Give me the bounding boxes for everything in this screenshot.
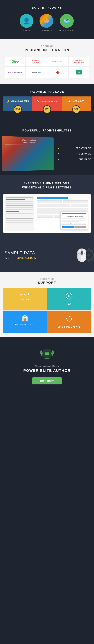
plugin-portfolio-label: PORTFOLIO [41, 29, 52, 31]
theme-options-title: EXTENSIVE THEME OPTIONS, WIDGETS AND PAG… [3, 182, 91, 190]
popup-cancel-btn [74, 226, 86, 228]
ls-label: LAYERSLIDER [71, 100, 84, 102]
logo-slider: ⊙ SLIDERREVOLUTION [69, 57, 90, 66]
label-full-page: FULL-PAGE [78, 152, 91, 155]
plugin-office-label: OFFICE PLUGIN [59, 29, 74, 31]
vc-label: Visual Composer [11, 100, 29, 102]
badge-svg [39, 345, 55, 362]
popup-row-3 [62, 221, 79, 222]
dash-one [61, 159, 77, 159]
main-title-bar [37, 197, 68, 199]
logo-layerslider: ◆ [47, 67, 68, 78]
valuable-title-light: VALUABLE [30, 90, 47, 93]
lifetime-icon [65, 315, 73, 324]
learndash-logo: LearnDash [52, 60, 63, 63]
ub-logo: 📅 [76, 70, 82, 74]
sidebar-item-3 [6, 201, 33, 202]
templates-container: Where creativitymeets design FRONT-PAGE … [3, 137, 91, 171]
sidebar-item-1 [6, 197, 33, 198]
elite-title: POWER ELITE AUTHOR [3, 368, 91, 373]
valuable-title: VALUABLE PACKAGE [3, 90, 91, 94]
sidebar-item-8 [6, 211, 19, 212]
plugins-title-light: BUILT-IN [32, 6, 46, 9]
options-row-1 [37, 200, 88, 203]
field-4 [71, 204, 88, 207]
logo-give: Give [4, 57, 26, 66]
support-card-lifetime: LIFE TIME UPDATE [47, 310, 91, 333]
sr-icon: ⊙ [37, 100, 39, 103]
section-integration: POPULAR PLUGINS INTEGRATION Give CONTACT… [0, 39, 94, 84]
field-2 [63, 200, 88, 203]
sample-text: SAMPLE DATA IN JUST ONE CLICK [4, 250, 36, 260]
support-card-professional: 👔 PROFESSIONAL [3, 310, 47, 333]
sidebar-item-7 [6, 209, 33, 210]
popup-save-btn [62, 226, 74, 228]
sidebar-item-12 [6, 222, 33, 223]
popup-btn-row [62, 226, 86, 228]
sidebar-item-4 [6, 203, 33, 204]
logo-ub: 📅 [69, 67, 90, 78]
logo-woocommerce: WooCommerce [4, 67, 26, 78]
professional-label: PROFESSIONAL [15, 324, 35, 326]
template-image: Where creativitymeets design [2, 136, 53, 171]
plugin-member: 👤 MEMBER [20, 14, 33, 31]
section-templates: POWERFUL PAGE-TEMPLATES Where creativity… [0, 120, 94, 175]
template-front-page: FRONT-PAGE [58, 147, 91, 150]
field-3 [37, 204, 70, 207]
section-theme-options: EXTENSIVE THEME OPTIONS, WIDGETS AND PAG… [0, 175, 94, 239]
buy-now-button[interactable]: BUY NOW [32, 377, 61, 384]
plugins-title: BUILT-IN PLUGINS [3, 6, 91, 9]
gear-bg-icon: ⚙ [81, 244, 94, 266]
dot-full [58, 153, 59, 154]
support-main-title: SUPPORT [3, 281, 91, 285]
svg-text:24: 24 [68, 295, 70, 297]
integration-main-title: PLUGINS INTEGRATION [4, 48, 90, 52]
sidebar-item-2 [6, 199, 25, 200]
sidebar-item-5 [6, 205, 33, 206]
sidebar-item-6 [6, 207, 33, 208]
plugin-office-icon: 🗺️ [60, 14, 74, 28]
templates-title-light: POWERFUL [22, 129, 40, 132]
templates-title: POWERFUL PAGE-TEMPLATES [3, 129, 91, 132]
ls-price: $22 [72, 105, 80, 113]
sr-price: $25 [43, 105, 51, 113]
logo-wpml: WPML.org [26, 67, 47, 78]
sidebar-item-10 [6, 218, 33, 219]
valuable-title-bold: PACKAGE [48, 90, 64, 93]
247-icon: 24 [65, 292, 73, 301]
lifetime-label: LIFE TIME UPDATE [58, 326, 81, 328]
dot-front [58, 148, 59, 149]
plugin-portfolio-icon: 🎨 [40, 14, 53, 28]
popup-row-2 [62, 220, 86, 220]
dash-front [61, 148, 74, 148]
sidebar-item-9 [6, 213, 33, 214]
plugins-title-bold: PLUGINS [47, 6, 62, 9]
template-preview: Where creativitymeets design [3, 137, 55, 171]
247-label: 24/7 [67, 303, 72, 305]
elite-badge [3, 345, 91, 362]
section-sample-data: SAMPLE DATA IN JUST ONE CLICK 🖱️ ⚙ [0, 239, 94, 272]
options-row-2 [37, 204, 88, 207]
integration-grid: Give CONTACTFORM LearnDash ⊙ SLIDERREVOL… [4, 57, 90, 78]
woocommerce-logo: WooCommerce [8, 71, 22, 74]
plugin-member-icon: 👤 [20, 14, 33, 28]
plugin-office: 🗺️ OFFICE PLUGIN [59, 14, 74, 31]
give-logo: Give [11, 60, 19, 64]
template-one-page: ONE-PAGE [58, 158, 91, 160]
card-layerslider: ◆ LAYERSLIDER $22 [62, 96, 91, 110]
sidebar-item-11 [6, 220, 33, 221]
star-label: 5 STAR [20, 298, 29, 300]
popup-row-1 [62, 218, 86, 219]
section-elite: You are guaranteed from a POWER ELITE AU… [0, 337, 94, 392]
sample-title-top: SAMPLE DATA [4, 250, 36, 255]
sample-content: SAMPLE DATA IN JUST ONE CLICK 🖱️ [4, 248, 90, 262]
sample-subtitle: IN JUST ONE CLICK [4, 256, 36, 260]
professional-icon: 👔 [22, 315, 28, 322]
card-slider-revolution: ⊙ SLIDER REVOLUTION $25 [32, 96, 62, 110]
ls-icon: ◆ [68, 100, 71, 103]
options-main: Colours / Social Accounts Primary Colour [36, 196, 90, 231]
wpml-logo: WPML.org [32, 71, 41, 74]
theme-options-screenshot: Colours / Social Accounts Primary Colour [3, 194, 91, 233]
plugin-member-label: MEMBER [22, 29, 31, 31]
logo-learndash: LearnDash [47, 57, 68, 66]
